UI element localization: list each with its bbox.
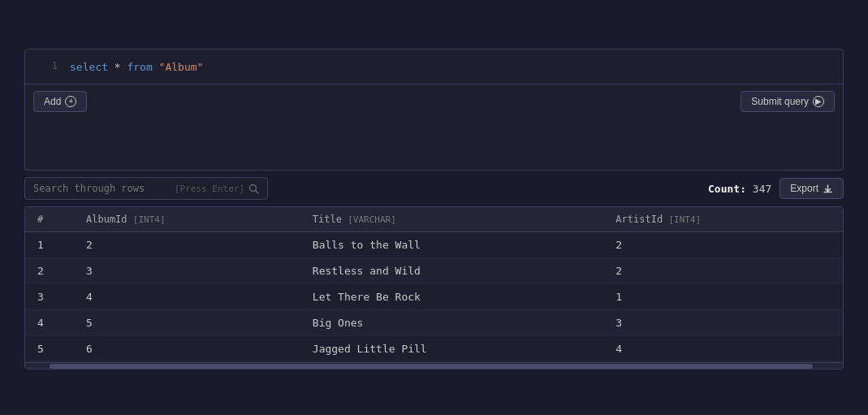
cell-albumid: 4 — [74, 284, 300, 310]
cell-num: 3 — [25, 284, 74, 310]
right-bar: Count: 347 Export — [708, 178, 844, 199]
cell-artistid: 3 — [603, 310, 843, 336]
table-row: 4 5 Big Ones 3 — [25, 310, 843, 336]
line-number: 1 — [33, 59, 58, 71]
cell-artistid: 4 — [603, 336, 843, 362]
export-label: Export — [790, 183, 818, 194]
data-table-container: # AlbumId [INT4] Title [VARCHAR] ArtistI… — [24, 206, 844, 370]
header-row: # AlbumId [INT4] Title [VARCHAR] ArtistI… — [25, 207, 843, 232]
table-body: 1 2 Balls to the Wall 2 2 3 Restless and… — [25, 232, 843, 362]
svg-line-1 — [256, 190, 259, 193]
search-input[interactable] — [33, 183, 171, 194]
export-button[interactable]: Export — [779, 178, 844, 199]
count-label: Count: 347 — [708, 183, 771, 195]
table-row: 2 3 Restless and Wild 2 — [25, 258, 843, 284]
table-row: 3 4 Let There Be Rock 1 — [25, 284, 843, 310]
count-value: 347 — [753, 183, 771, 195]
cell-title: Let There Be Rock — [300, 284, 604, 310]
search-hint: [Press Enter] — [175, 184, 244, 194]
col-num-label: # — [37, 214, 43, 225]
col-artistid-label: ArtistId — [615, 214, 668, 225]
scrollbar-thumb — [50, 364, 813, 369]
cell-albumid: 3 — [74, 258, 300, 284]
col-albumid-label: AlbumId — [86, 214, 133, 225]
table-row: 5 6 Jagged Little Pill 4 — [25, 336, 843, 362]
sql-editor[interactable]: 1 select * from "Album" Add + Submit que… — [24, 49, 844, 171]
cell-num: 1 — [25, 232, 74, 258]
sql-keyword-from: from — [127, 61, 152, 73]
cell-artistid: 2 — [603, 258, 843, 284]
col-header-title: Title [VARCHAR] — [300, 207, 604, 232]
sql-code: select * from "Album" — [70, 59, 203, 76]
export-icon — [823, 184, 833, 194]
col-artistid-type: [INT4] — [668, 214, 701, 225]
submit-label: Submit query — [751, 96, 809, 107]
col-title-type: [VARCHAR] — [348, 214, 396, 225]
cell-title: Restless and Wild — [300, 258, 604, 284]
main-container: 1 select * from "Album" Add + Submit que… — [0, 0, 868, 378]
col-header-num: # — [25, 207, 74, 232]
submit-query-button[interactable]: Submit query ▶ — [741, 91, 835, 112]
cell-num: 4 — [25, 310, 74, 336]
sql-string-table: "Album" — [159, 61, 204, 73]
table-row: 1 2 Balls to the Wall 2 — [25, 232, 843, 258]
cell-artistid: 2 — [603, 232, 843, 258]
cell-artistid: 1 — [603, 284, 843, 310]
cell-num: 5 — [25, 336, 74, 362]
data-table: # AlbumId [INT4] Title [VARCHAR] ArtistI… — [25, 207, 843, 362]
cell-albumid: 6 — [74, 336, 300, 362]
sql-operator-star: * — [114, 61, 127, 73]
search-icon — [248, 184, 259, 194]
horizontal-scrollbar[interactable] — [25, 362, 843, 369]
col-albumid-type: [INT4] — [133, 214, 166, 225]
count-bold-label: Count: — [708, 183, 746, 195]
col-title-label: Title — [313, 214, 348, 225]
add-icon: + — [65, 96, 76, 107]
add-button[interactable]: Add + — [33, 91, 87, 112]
search-bar: [Press Enter] Count: 347 Export — [24, 177, 844, 200]
col-header-albumid: AlbumId [INT4] — [74, 207, 300, 232]
editor-line-1: 1 select * from "Album" — [25, 58, 843, 77]
search-input-container[interactable]: [Press Enter] — [24, 177, 268, 200]
col-header-artistid: ArtistId [INT4] — [603, 207, 843, 232]
cell-title: Jagged Little Pill — [300, 336, 604, 362]
cell-albumid: 2 — [74, 232, 300, 258]
add-label: Add — [44, 96, 61, 107]
submit-icon: ▶ — [813, 96, 824, 107]
editor-toolbar: Add + Submit query ▶ — [25, 84, 843, 112]
cell-title: Balls to the Wall — [300, 232, 604, 258]
cell-num: 2 — [25, 258, 74, 284]
table-header: # AlbumId [INT4] Title [VARCHAR] ArtistI… — [25, 207, 843, 232]
sql-keyword-select: select — [70, 61, 108, 73]
cell-title: Big Ones — [300, 310, 604, 336]
cell-albumid: 5 — [74, 310, 300, 336]
